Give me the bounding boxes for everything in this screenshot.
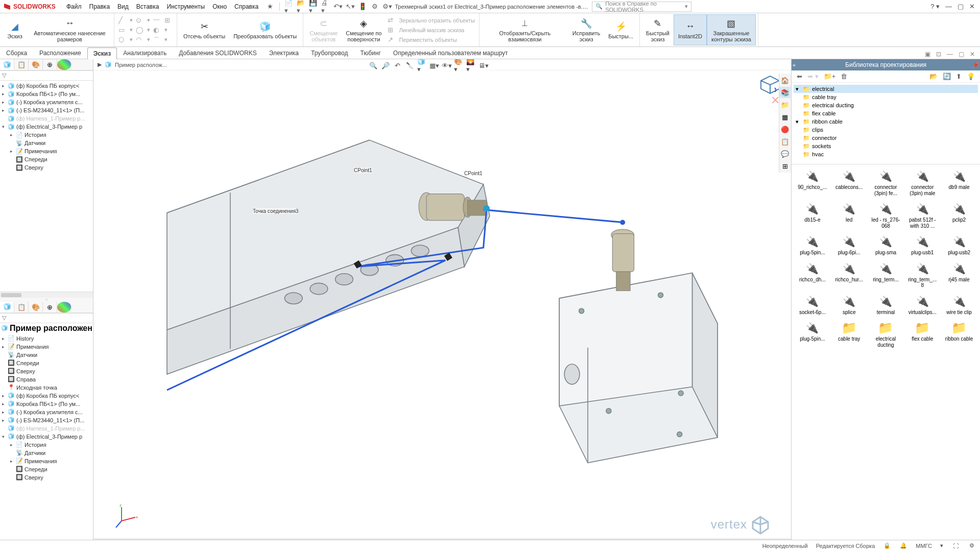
tree-item[interactable]: ▾🧊(ф) Electrical_3-Пример р (1, 433, 92, 441)
zoom-fit-icon[interactable]: 🔍 (368, 60, 378, 70)
dl-refresh-icon[interactable]: 🔄 (943, 73, 951, 80)
tp-properties-icon[interactable]: 📋 (779, 136, 791, 147)
shaded-contours-button[interactable]: ▧ Закрашенные контуры эскиза (707, 14, 756, 45)
dl-part[interactable]: 🔌splice (831, 293, 867, 318)
menu-Справка[interactable]: Справка (234, 3, 258, 10)
maximize-icon[interactable]: ▢ (958, 3, 964, 10)
dl-part[interactable]: 🔌socket-6p... (795, 293, 830, 318)
view-orientation-cube[interactable] (759, 74, 781, 95)
hide-show-icon[interactable]: 👁▾ (442, 60, 452, 70)
tree-item[interactable]: ▸📄History (1, 334, 92, 343)
dl-part[interactable]: 🔌cablecons... (831, 167, 867, 198)
prev-view-icon[interactable]: ↶ (393, 60, 403, 70)
tp-forum-icon[interactable]: 💬 (779, 148, 791, 159)
star-icon[interactable]: ★ (266, 2, 275, 11)
lp-tab2-assembly[interactable]: 🧊 (0, 302, 14, 313)
breadcrumb-arrow-icon[interactable]: ▶ (98, 61, 102, 68)
menu-Вид[interactable]: Вид (117, 3, 129, 10)
dl-part[interactable]: 🔌ring_term... (868, 260, 904, 291)
tree-item[interactable]: 🔲Спереди (1, 465, 92, 473)
tp-appearance-icon[interactable]: 🔴 (779, 124, 791, 135)
tree-item[interactable]: 🧊(ф) Harness_1-Пример р... (1, 114, 92, 123)
section-icon[interactable]: 🔪 (405, 60, 415, 70)
menu-Окно[interactable]: Окно (212, 3, 227, 10)
tree-item[interactable]: ▾🧊(ф) Electrical_3-Пример р (1, 123, 92, 131)
view-settings-icon[interactable]: 🖥▾ (479, 60, 489, 70)
rtab-6[interactable]: Трубопровод (305, 47, 354, 59)
lp-scroll-1[interactable] (0, 292, 93, 298)
dl-folder[interactable]: ▾📁electrical (794, 85, 978, 93)
dl-part[interactable]: 🔌terminal (868, 293, 904, 318)
repair-button[interactable]: 🔧 Исправить эскиз (568, 14, 604, 45)
tab-docwin-icon[interactable]: ⊡ (934, 50, 943, 59)
dl-folder[interactable]: 📁connector (794, 134, 978, 142)
tab-expand-icon[interactable]: ▣ (923, 50, 932, 59)
instant2d-button[interactable]: ↔ Instant2D (674, 14, 707, 45)
select-icon[interactable]: ↖▾ (346, 2, 355, 11)
help-icon[interactable]: ? ▾ (930, 3, 940, 10)
lp-tab-config[interactable]: 📋 (14, 59, 29, 70)
rtab-5[interactable]: Электрика (263, 47, 305, 59)
rtab-4[interactable]: Добавления SOLIDWORKS (173, 47, 263, 59)
dl-part[interactable]: 🔌ring_term_... 8 (904, 260, 940, 291)
tp-home-icon[interactable]: 🏠 (779, 75, 791, 86)
rtab-0[interactable]: Сборка (0, 47, 33, 59)
display-style-icon[interactable]: ▦▾ (429, 60, 440, 70)
status-gear-icon[interactable]: ⚙ (968, 542, 976, 550)
dl-part[interactable]: 🔌plug-5pin... (795, 319, 830, 350)
dl-up-icon[interactable]: ⬆ (956, 73, 962, 80)
tp-library-icon[interactable]: 📚 (779, 87, 791, 98)
dl-part[interactable]: 🔌90_richco_... (795, 167, 830, 198)
dl-pin-icon[interactable]: 📌 (972, 62, 979, 68)
dl-part[interactable]: 🔌connector (3pin) male (904, 167, 940, 198)
dl-part[interactable]: 🔌richco_dh... (795, 260, 830, 291)
tp-misc-icon[interactable]: ⊞ (779, 160, 791, 172)
rtab-1[interactable]: Расположение (33, 47, 87, 59)
lp-tab-display[interactable]: 🎨 (29, 59, 43, 70)
trim-button[interactable]: ✂ Отсечь объекты (179, 14, 229, 45)
dl-part[interactable]: 🔌led (831, 200, 867, 231)
tree-item[interactable]: 🔲Спереди (1, 155, 92, 163)
lp-tab2-config[interactable]: 📋 (14, 302, 29, 313)
tree-item[interactable]: ▸🧊(ф) Коробка ПБ корпус< (1, 392, 92, 400)
tree-item[interactable]: ▸📄История (1, 131, 92, 139)
dl-part[interactable]: 🔌rj45 male (941, 260, 977, 291)
dl-part[interactable]: 🔌pabst 512f - with 310 ... (904, 200, 940, 231)
lp-tab2-appear[interactable] (57, 302, 71, 313)
dl-back-icon[interactable]: ⬅ (797, 73, 802, 80)
lp-filter-2[interactable]: ▽ (0, 313, 93, 323)
print-icon[interactable]: 🖨▾ (321, 2, 330, 11)
lp-filter[interactable]: ▽ (0, 70, 93, 81)
dl-part[interactable]: 🔌plug-usb1 (904, 233, 940, 258)
rtab-7[interactable]: Тюбинг (354, 47, 387, 59)
rtab-8[interactable]: Определенный пользователем маршрут (387, 47, 514, 59)
autodim-button[interactable]: ↔ Автоматическое нанесение размеров (28, 14, 112, 45)
tree-item[interactable]: 🔲Справа (1, 375, 92, 384)
tree-item[interactable]: 🔲Сверху (1, 473, 92, 482)
dl-part[interactable]: 🔌pclip2 (941, 200, 977, 231)
status-units-dd-icon[interactable]: ▾ (940, 542, 943, 549)
tree-item[interactable]: 🔲Спереди (1, 359, 92, 367)
3d-viewport[interactable]: ▶ 🧊 Пример располож... 🔍 🔎 ↶ 🔪 🧊▾ ▦▾ 👁▾ … (93, 59, 791, 550)
dl-folder[interactable]: ▾📁ribbon cable (794, 117, 978, 126)
menu-Инструменты[interactable]: Инструменты (166, 3, 205, 10)
dl-part[interactable]: 🔌plug-6pi... (831, 233, 867, 258)
tree-item[interactable]: ▸🧊Коробка ПБ<1> (По ум... (1, 400, 92, 408)
tree-item[interactable]: 📡Датчики (1, 139, 92, 147)
lp-tab2-display[interactable]: 🎨 (29, 302, 43, 313)
open-icon[interactable]: 📂▾ (297, 2, 306, 11)
tree-item[interactable]: ▸🧊Коробка ПБ<1> (По ум... (1, 90, 92, 98)
tab-maximize-icon[interactable]: ▢ (957, 50, 966, 59)
dl-folder[interactable]: 📁electrical ducting (794, 101, 978, 109)
tree-item[interactable]: ▸📄История (1, 441, 92, 449)
undo-icon[interactable]: ↶▾ (333, 2, 343, 11)
dl-part[interactable]: 📁cable tray (831, 319, 867, 350)
dl-newfold-icon[interactable]: 📂 (929, 73, 938, 80)
showrel-button[interactable]: ⟂ Отобразить/Скрыть взаимосвязи (482, 14, 568, 45)
dl-part[interactable]: 🔌db9 male (941, 167, 977, 198)
convert-button[interactable]: 🧊 Преобразовать объекты (229, 14, 301, 45)
dl-folder[interactable]: 📁flex cable (794, 109, 978, 117)
tree-item[interactable]: 🔲Сверху (1, 163, 92, 172)
tree-item[interactable]: 🔲Сверху (1, 367, 92, 375)
new-icon[interactable]: 📄▾ (284, 2, 294, 11)
